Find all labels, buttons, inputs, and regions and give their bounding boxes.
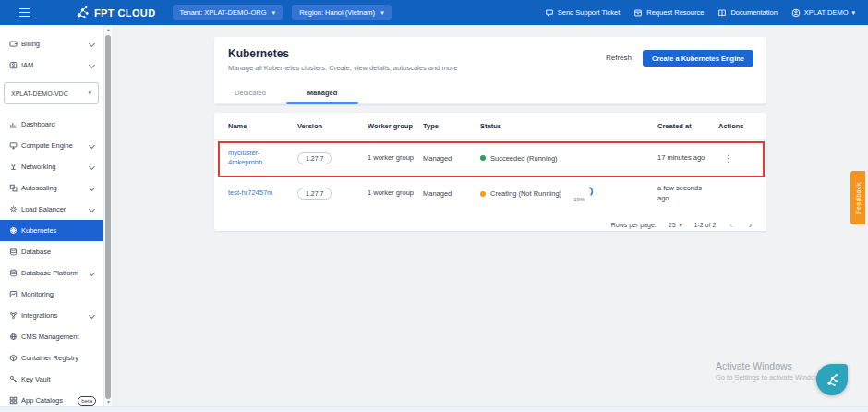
chevron-down-icon: ▾: [272, 9, 276, 17]
sidebar-scrollbar[interactable]: ▲ ▼: [103, 25, 112, 412]
grid-icon: [9, 396, 21, 405]
support-ticket-icon: [545, 8, 554, 18]
sidebar-item-cms-management[interactable]: CMS Management: [0, 326, 103, 347]
feedback-tab[interactable]: Feedback: [850, 171, 865, 224]
sidebar-item-monitoring[interactable]: Monitoring: [0, 284, 103, 305]
worker-group-cell: 1 worker group: [368, 188, 423, 198]
chevron-down-icon: ▾: [88, 90, 91, 97]
sidebar-item-key-vault[interactable]: Key Vault: [0, 369, 103, 390]
sidebar-item-integrations[interactable]: Integrations: [0, 305, 103, 326]
worker-group-cell: 1 worker group: [368, 153, 423, 163]
status-cell: Creating (Not Running) 19%: [480, 186, 657, 202]
sidebar-item-kubernetes[interactable]: Kubernetes: [0, 220, 103, 241]
rows-per-page-select[interactable]: 25 ▾: [669, 222, 682, 228]
row-actions-kebab-icon[interactable]: ⋮: [718, 153, 766, 164]
monitor-chart-icon: [9, 290, 21, 298]
sidebar-item-database-platform[interactable]: Database Platform: [0, 262, 103, 284]
scroll-down-icon[interactable]: ▼: [104, 399, 113, 405]
user-avatar-icon: [791, 8, 801, 18]
sidebar-item-iam[interactable]: IAM: [0, 55, 103, 76]
integrations-icon: [9, 311, 21, 320]
refresh-button[interactable]: Refresh: [606, 50, 632, 62]
rows-per-page-label: Rows per page:: [611, 222, 657, 228]
column-header-worker-group: Worker group: [368, 122, 423, 130]
column-header-version: Version: [297, 122, 368, 130]
chevron-down-icon: ▾: [680, 222, 682, 228]
top-navigation-bar: FPT CLOUD Tenant: XPLAT-DEMO-ORG ▾ Regio…: [0, 0, 868, 25]
sidebar-item-dashboard[interactable]: Dashboard: [0, 114, 103, 135]
documentation-link[interactable]: Documentation: [717, 8, 777, 18]
table-row: mycluster-4mkepmhb 1.27.7 1 worker group…: [214, 140, 766, 176]
chevron-down-icon: [89, 312, 95, 319]
chevron-down-icon: [89, 142, 95, 149]
chevron-down-icon: [89, 206, 95, 212]
column-header-actions: Actions: [718, 122, 766, 130]
region-label: Region: Hanoi (Vietnam): [299, 8, 375, 17]
tenant-label: Tenant: XPLAT-DEMO-ORG: [180, 8, 267, 17]
column-header-status: Status: [480, 122, 657, 130]
bar-chart-icon: [9, 120, 21, 128]
sidebar-item-compute-engine[interactable]: Compute Engine: [0, 135, 103, 156]
support-chat-fab[interactable]: [816, 364, 848, 395]
cluster-name-link[interactable]: mycluster-4mkepmhb: [228, 149, 297, 167]
hamburger-menu-icon[interactable]: [0, 8, 50, 18]
clusters-table-card: Name Version Worker group Type Status Cr…: [214, 113, 766, 231]
fpt-molecule-icon: [76, 6, 90, 19]
table-pagination: Rows per page: 25 ▾ 1-2 of 2 ‹ ›: [214, 211, 766, 238]
version-chip: 1.27.7: [297, 152, 332, 164]
previous-page-button[interactable]: ‹: [728, 220, 734, 230]
chevron-down-icon: [89, 62, 95, 68]
chevron-down-icon: [89, 270, 95, 276]
created-at-cell: a few seconds ago: [657, 184, 718, 202]
send-support-ticket-link[interactable]: Send Support Ticket: [545, 8, 621, 18]
create-kubernetes-engine-button[interactable]: Create a Kubernetes Engine: [643, 50, 753, 67]
created-at-cell: 17 minutes ago: [657, 153, 718, 163]
sidebar-item-autoscaling[interactable]: Autoscaling: [0, 177, 103, 199]
tab-managed[interactable]: Managed: [286, 83, 358, 103]
request-resource-link[interactable]: Request Resource: [633, 8, 704, 18]
horizontal-scrollbar[interactable]: [0, 406, 868, 412]
sidebar-item-networking[interactable]: Networking: [0, 156, 103, 177]
user-menu[interactable]: XPLAT DEMO ▾: [791, 8, 855, 18]
scrollbar-thumb[interactable]: [105, 35, 111, 399]
scroll-up-icon[interactable]: ▲: [104, 27, 113, 32]
fpt-cloud-logo[interactable]: FPT CLOUD: [76, 6, 156, 19]
sidebar-item-load-balancer[interactable]: Load Balancer: [0, 199, 103, 220]
status-dot-icon: [480, 155, 486, 161]
pagination-range-label: 1-2 of 2: [694, 222, 717, 228]
page-title: Kubernetes: [228, 47, 457, 60]
type-cell: Managed: [423, 189, 480, 198]
wallet-icon: [9, 40, 21, 48]
request-resource-icon: [633, 8, 643, 18]
cluster-name-link[interactable]: test-hr72457m: [228, 188, 297, 198]
sidebar-item-database[interactable]: Database: [0, 241, 103, 262]
region-selector[interactable]: Region: Hanoi (Vietnam) ▾: [292, 5, 392, 20]
type-cell: Managed: [423, 154, 480, 163]
version-chip: 1.27.7: [297, 188, 332, 200]
chevron-down-icon: [89, 185, 95, 191]
status-dot-icon: [480, 191, 486, 197]
tenant-selector[interactable]: Tenant: XPLAT-DEMO-ORG ▾: [173, 5, 283, 20]
layers-icon: [9, 184, 21, 192]
gear-icon: [9, 205, 21, 213]
monitor-icon: [9, 141, 21, 150]
box-icon: [9, 354, 21, 362]
chevron-down-icon: [89, 41, 95, 47]
chevron-down-icon: ▾: [851, 9, 855, 17]
table-header-row: Name Version Worker group Type Status Cr…: [214, 113, 766, 140]
database-icon: [9, 248, 21, 256]
vdc-selector[interactable]: XPLAT-DEMO-VDC ▾: [4, 82, 99, 104]
sidebar-item-billing[interactable]: Billing: [0, 33, 103, 55]
table-row: test-hr72457m 1.27.7 1 worker group Mana…: [214, 176, 766, 211]
page-subtitle: Manage all Kubernetes clusters. Create, …: [228, 64, 457, 72]
sidebar-item-container-registry[interactable]: Container Registry: [0, 347, 103, 369]
next-page-button[interactable]: ›: [747, 220, 753, 230]
windows-activation-watermark: Activate Windows Go to Settings to activ…: [716, 360, 823, 382]
tab-dedicated[interactable]: Dedicated: [214, 83, 286, 103]
database-icon: [9, 269, 21, 277]
progress-percent: 19%: [573, 197, 585, 202]
chevron-down-icon: ▾: [380, 9, 384, 17]
column-header-created-at: Created at: [657, 122, 718, 130]
id-badge-icon: [9, 61, 21, 69]
beta-badge: beta: [78, 396, 96, 406]
